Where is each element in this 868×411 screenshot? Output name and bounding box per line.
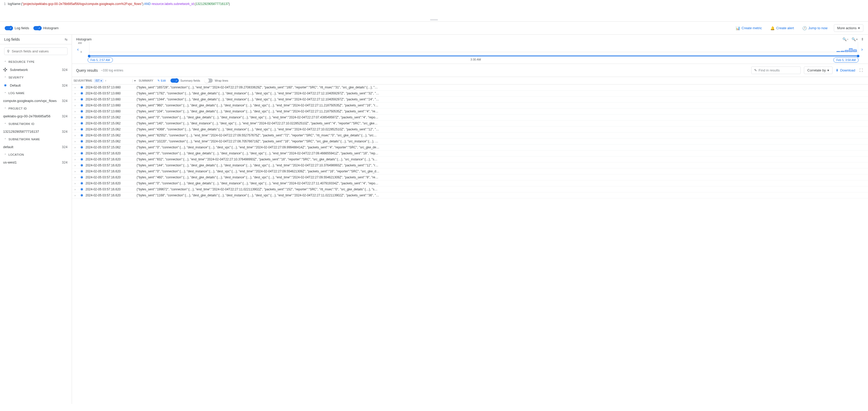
- zoom-out-icon[interactable]: 🔍−: [842, 37, 849, 41]
- expand-row-icon[interactable]: ›: [72, 134, 78, 137]
- field-row[interactable]: compute.googleapis.com/vpc_flows324: [0, 97, 72, 105]
- log-row[interactable]: ›✱2024-02-05 03:57:15.062{"bytes_sent":"…: [72, 133, 868, 139]
- expand-row-icon[interactable]: ›: [72, 188, 78, 191]
- correlate-by-button[interactable]: Correlate by ▾: [804, 66, 833, 74]
- histogram-bar[interactable]: [836, 51, 840, 52]
- field-row[interactable]: ✱Default324: [0, 81, 72, 89]
- log-row[interactable]: ›✱2024-02-05 03:57:13.660{"bytes_sent":"…: [72, 102, 868, 109]
- log-row[interactable]: ›✱2024-02-05 03:57:16.620{"bytes_sent":"…: [72, 163, 868, 169]
- time-start-badge[interactable]: Feb 5, 2:57 AM: [88, 57, 113, 63]
- wrap-lines-toggle[interactable]: Wrap lines: [205, 79, 228, 83]
- log-table[interactable]: ›✱2024-02-05 03:57:13.660{"bytes_sent":"…: [72, 85, 868, 404]
- log-row[interactable]: ›✱2024-02-05 03:57:13.660{"bytes_sent":"…: [72, 109, 868, 115]
- expand-row-icon[interactable]: ›: [72, 158, 78, 161]
- clock-icon: 🕐: [802, 26, 807, 30]
- histogram-bar[interactable]: [845, 50, 848, 52]
- expand-icon[interactable]: ⇆: [65, 37, 67, 41]
- download-button[interactable]: ⬇ Download: [836, 68, 855, 72]
- log-fields-toggle[interactable]: ✓ Log fields: [5, 26, 29, 30]
- expand-row-icon[interactable]: ›: [72, 146, 78, 149]
- column-dropdown-icon[interactable]: ▾: [132, 79, 136, 82]
- log-row[interactable]: ›✱2024-02-05 03:57:15.062{"bytes_sent":"…: [72, 145, 868, 150]
- expand-row-icon[interactable]: ›: [72, 194, 78, 197]
- slider-end-handle[interactable]: [857, 55, 859, 57]
- log-row[interactable]: ›✱2024-02-05 03:57:13.660{"bytes_sent":"…: [72, 85, 868, 90]
- expand-row-icon[interactable]: ›: [72, 86, 78, 89]
- more-actions-button[interactable]: More actions ▾: [834, 24, 863, 32]
- log-row[interactable]: ›✱2024-02-05 03:57:13.660{"bytes_sent":"…: [72, 96, 868, 102]
- group-header[interactable]: ⌃PROJECT ID: [0, 105, 72, 112]
- histogram-bar[interactable]: [853, 50, 857, 52]
- svg-rect-0: [3, 69, 4, 70]
- log-row[interactable]: ›✱2024-02-05 03:57:16.620{"bytes_sent":"…: [72, 193, 868, 199]
- chevron-up-icon: ⌃: [4, 123, 6, 125]
- expand-row-icon[interactable]: ›: [72, 152, 78, 155]
- log-row[interactable]: ›✱2024-02-05 03:57:16.620{"bytes_sent":"…: [72, 186, 868, 193]
- expand-row-icon[interactable]: ›: [72, 140, 78, 143]
- search-fields-input[interactable]: ⚲: [4, 48, 67, 55]
- histogram-label: Histogram: [43, 26, 59, 30]
- log-row[interactable]: ›✱2024-02-05 03:57:15.062{"bytes_sent":"…: [72, 120, 868, 126]
- timezone-selector[interactable]: IST ▾: [94, 79, 103, 83]
- group-header[interactable]: ⌃LOG NAME: [0, 89, 72, 97]
- summary-fields-toggle[interactable]: ✓ Summary fields: [170, 79, 200, 83]
- group-header[interactable]: ⌃SEVERITY: [0, 74, 72, 81]
- expand-row-icon[interactable]: ›: [72, 182, 78, 185]
- next-arrow-icon[interactable]: ›: [860, 46, 864, 53]
- query-editor[interactable]: 1 logName:("projects/qwiklabs-gcp-00-2e7…: [0, 0, 868, 22]
- group-header[interactable]: ⌃SUBNETWORK NAME: [0, 136, 72, 143]
- log-row[interactable]: ›✱2024-02-05 03:57:15.062{"bytes_sent":"…: [72, 126, 868, 133]
- field-row[interactable]: Subnetwork324: [0, 65, 72, 74]
- expand-row-icon[interactable]: ›: [72, 98, 78, 101]
- zoom-in-icon[interactable]: 🔍+: [851, 37, 858, 41]
- group-header[interactable]: ⌃LOCATION: [0, 151, 72, 158]
- sort-asc-icon[interactable]: ↑: [105, 79, 106, 82]
- edit-button[interactable]: ✎ Edit: [157, 79, 166, 82]
- log-row[interactable]: ›✱2024-02-05 03:57:15.062{"bytes_sent":"…: [72, 139, 868, 145]
- log-row[interactable]: ›✱2024-02-05 03:57:16.620{"bytes_sent":"…: [72, 180, 868, 186]
- create-metric-button[interactable]: 📊 Create metric: [734, 25, 764, 32]
- field-row[interactable]: qwiklabs-gcp-00-2e76b685af56324: [0, 112, 72, 120]
- expand-row-icon[interactable]: ›: [72, 170, 78, 173]
- histogram-bar[interactable]: [849, 48, 852, 52]
- expand-row-icon[interactable]: ›: [72, 164, 78, 167]
- find-in-results-input[interactable]: ✎ Find in results: [751, 66, 801, 74]
- query-text[interactable]: logName:("projects/qwiklabs-gcp-00-2e76b…: [8, 2, 230, 6]
- prev-arrow-icon[interactable]: ‹: [76, 46, 80, 53]
- group-header[interactable]: ⌃RESOURCE TYPE: [0, 58, 72, 65]
- log-row[interactable]: ›✱2024-02-05 03:57:16.620{"bytes_sent":"…: [72, 156, 868, 163]
- log-row[interactable]: ›✱2024-02-05 03:57:16.620{"bytes_sent":"…: [72, 169, 868, 174]
- field-row[interactable]: us-west1324: [0, 158, 72, 166]
- field-row[interactable]: default324: [0, 143, 72, 151]
- log-row[interactable]: ›✱2024-02-05 03:57:13.660{"bytes_sent":"…: [72, 90, 868, 96]
- severity-default-icon: ✱: [80, 109, 84, 113]
- log-row[interactable]: ›✱2024-02-05 03:57:15.062{"bytes_sent":"…: [72, 115, 868, 120]
- expand-row-icon[interactable]: ›: [72, 128, 78, 131]
- col-time[interactable]: TIME IST ▾ ↑: [86, 79, 125, 83]
- slider-start-handle[interactable]: [88, 55, 90, 57]
- expand-row-icon[interactable]: ›: [72, 176, 78, 179]
- log-summary: {"bytes_sent":"104", "connection":{…}, "…: [134, 110, 868, 113]
- group-header[interactable]: ⌃SUBNETWORK ID: [0, 120, 72, 127]
- col-summary[interactable]: SUMMARY: [136, 79, 153, 82]
- expand-row-icon[interactable]: ›: [72, 104, 78, 107]
- histogram-toggle[interactable]: ✓ Histogram: [33, 26, 59, 30]
- resize-handle[interactable]: [430, 19, 438, 20]
- expand-row-icon[interactable]: ›: [72, 110, 78, 113]
- fullscreen-icon[interactable]: ⛶: [858, 67, 864, 73]
- field-row[interactable]: 1321292905877716137324: [0, 127, 72, 136]
- expand-vertical-icon[interactable]: ⇕: [861, 37, 864, 41]
- log-row[interactable]: ›✱2024-02-05 03:57:16.620{"bytes_sent":"…: [72, 174, 868, 180]
- histogram-chart[interactable]: 200 0: [82, 42, 858, 56]
- col-severity[interactable]: SEVERITY: [72, 79, 86, 82]
- expand-row-icon[interactable]: ›: [72, 92, 78, 95]
- time-end-badge[interactable]: Feb 5, 3:58 AM: [833, 57, 859, 63]
- log-row[interactable]: ›✱2024-02-05 03:57:16.620{"bytes_sent":"…: [72, 150, 868, 156]
- histogram-bar[interactable]: [841, 51, 844, 52]
- timestamp: 2024-02-05 03:57:16.620: [86, 194, 134, 197]
- create-alert-button[interactable]: 🔔 Create alert: [768, 25, 796, 32]
- jump-to-now-button[interactable]: 🕐 Jump to now: [800, 25, 830, 32]
- line-number: 1: [0, 2, 8, 6]
- expand-row-icon[interactable]: ›: [72, 122, 78, 125]
- expand-row-icon[interactable]: ›: [72, 116, 78, 119]
